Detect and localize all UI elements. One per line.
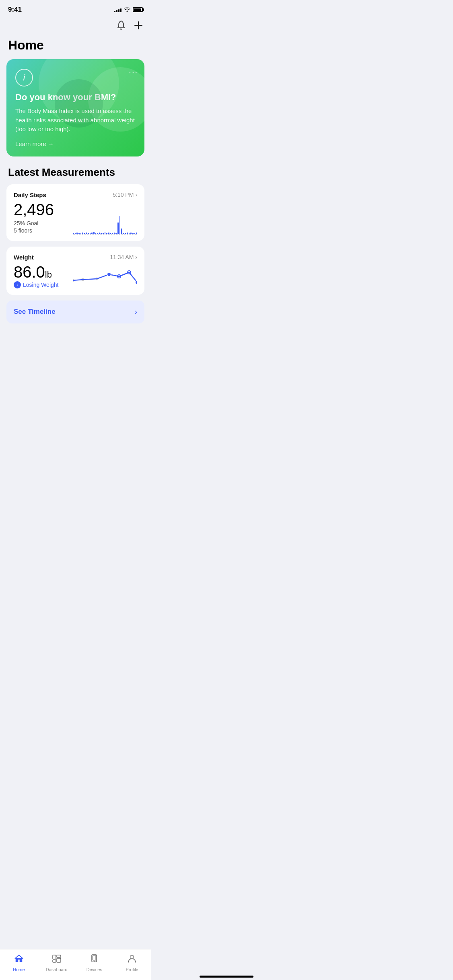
bmi-title: Do you know your BMI? xyxy=(15,92,136,103)
weight-chevron-icon: › xyxy=(135,254,137,260)
losing-weight-label: Losing Weight xyxy=(23,282,58,288)
signal-icon xyxy=(114,7,121,12)
weight-card: Weight 11:34 AM › 86.0 lb ↓ Losing Weigh… xyxy=(6,247,144,295)
svg-point-5 xyxy=(107,272,111,276)
page-title-section: Home xyxy=(0,35,151,59)
daily-steps-value: 2,496 xyxy=(14,201,73,218)
daily-steps-goal: 25% Goal xyxy=(14,220,73,226)
bmi-learn-more-link[interactable]: Learn more → xyxy=(15,140,54,147)
losing-weight-badge: ↓ Losing Weight xyxy=(14,281,73,288)
status-time: 9:41 xyxy=(8,6,22,14)
battery-icon xyxy=(133,7,143,12)
losing-weight-icon: ↓ xyxy=(14,281,21,288)
bmi-description: The Body Mass Index is used to assess th… xyxy=(15,107,136,134)
status-bar: 9:41 xyxy=(0,0,151,17)
daily-steps-chevron-icon: › xyxy=(135,191,137,198)
latest-measurements-title: Latest Measurements xyxy=(0,165,151,184)
daily-steps-card: Daily Steps 5:10 PM › 2,496 25% Goal 5 f… xyxy=(6,184,144,241)
weight-time[interactable]: 11:34 AM › xyxy=(110,254,137,260)
bmi-card: ... i Do you know your BMI? The Body Mas… xyxy=(6,59,144,156)
notification-bell-icon[interactable] xyxy=(116,20,126,33)
bmi-info-icon: i xyxy=(15,69,33,86)
bmi-more-button[interactable]: ... xyxy=(129,66,138,75)
status-icons xyxy=(114,6,143,13)
add-button-icon[interactable] xyxy=(134,21,143,32)
daily-steps-time[interactable]: 5:10 PM › xyxy=(113,191,137,198)
see-timeline-label: See Timeline xyxy=(14,308,56,316)
header-actions xyxy=(0,17,151,35)
daily-steps-floors: 5 floors xyxy=(14,227,73,234)
weight-chart xyxy=(73,268,137,288)
daily-steps-chart xyxy=(73,214,137,235)
daily-steps-label: Daily Steps xyxy=(14,191,46,198)
see-timeline-button[interactable]: See Timeline › xyxy=(6,301,144,323)
weight-label: Weight xyxy=(14,254,34,261)
see-timeline-chevron-icon: › xyxy=(135,308,137,316)
wifi-icon xyxy=(124,6,130,13)
weight-value: 86.0 lb xyxy=(14,263,73,281)
svg-point-8 xyxy=(135,280,137,284)
page-title: Home xyxy=(8,38,143,53)
